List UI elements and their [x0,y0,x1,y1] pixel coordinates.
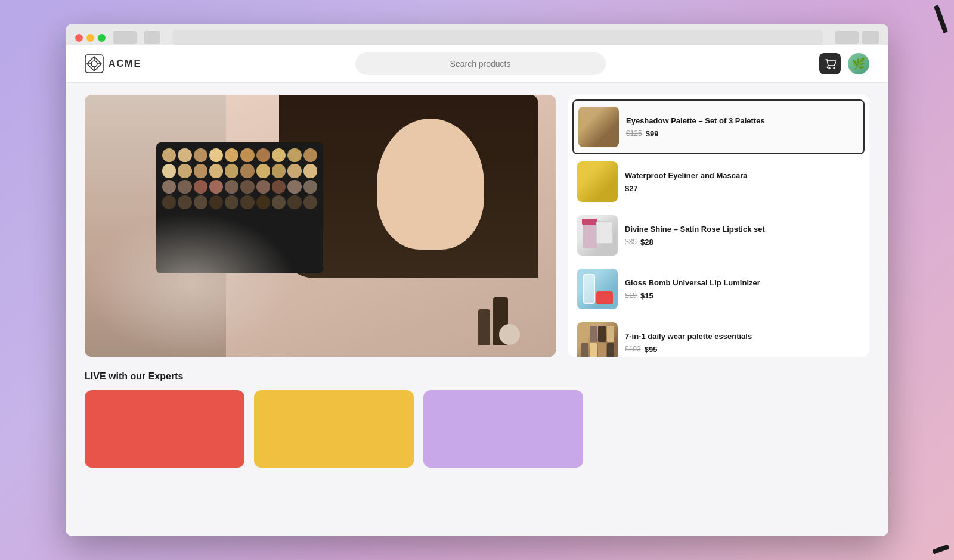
product-price: $35 $28 [625,238,860,247]
product-info: Gloss Bomb Universal Lip Luminizer $19 $… [625,278,860,300]
product-name: Divine Shine – Satin Rose Lipstick set [625,224,860,235]
hero-image [85,95,556,357]
close-button[interactable] [75,34,83,42]
product-name: Eyeshadow Palette – Set of 3 Palettes [626,116,859,126]
live-card[interactable] [423,390,583,468]
product-thumbnail [577,269,618,309]
back-button[interactable] [113,31,137,44]
search-bar[interactable] [355,52,606,75]
live-card[interactable] [85,390,244,468]
product-name: 7-in-1 daily wear palette essentials [625,331,860,342]
product-item[interactable]: Waterproof Eyeliner and Mascara $27 [572,155,865,208]
traffic-lights [75,34,106,42]
section-title: LIVE with our Experts [85,371,869,382]
app-header: ACME 🌿 [66,45,888,83]
product-info: 7-in-1 daily wear palette essentials $10… [625,331,860,353]
product-info: Waterproof Eyeliner and Mascara $27 [625,170,860,192]
maximize-button[interactable] [98,34,106,42]
product-price: $103 $95 [625,345,860,354]
logo-icon [85,54,104,73]
product-item[interactable]: 7-in-1 daily wear palette essentials $10… [572,316,865,357]
product-price: $27 [625,184,860,193]
app-logo: ACME [85,54,141,73]
price: $27 [625,184,638,193]
browser-menu-button[interactable] [862,31,879,44]
cart-button[interactable] [819,53,841,74]
product-price: $125 $99 [626,129,859,138]
product-info: Eyeshadow Palette – Set of 3 Palettes $1… [626,116,859,138]
sale-price: $95 [645,345,658,354]
browser-window: ACME 🌿 [66,24,888,536]
product-thumbnail [577,161,618,202]
live-cards [85,390,869,468]
product-price: $19 $15 [625,291,860,300]
original-price: $103 [625,345,641,353]
product-sidebar: Eyeshadow Palette – Set of 3 Palettes $1… [568,95,869,357]
product-thumbnail [578,107,619,147]
header-actions: 🌿 [819,53,869,74]
forward-button[interactable] [144,31,160,44]
product-item[interactable]: Divine Shine – Satin Rose Lipstick set $… [572,209,865,262]
product-list: Eyeshadow Palette – Set of 3 Palettes $1… [568,95,869,357]
main-content: Eyeshadow Palette – Set of 3 Palettes $1… [66,83,888,536]
minimize-button[interactable] [86,34,94,42]
product-thumbnail [577,215,618,256]
search-input[interactable] [365,59,596,69]
logo-text: ACME [109,58,141,69]
sale-price: $15 [640,291,653,300]
original-price: $125 [626,129,642,138]
product-name: Gloss Bomb Universal Lip Luminizer [625,278,860,288]
product-item[interactable]: Gloss Bomb Universal Lip Luminizer $19 $… [572,263,865,315]
browser-chrome [66,24,888,45]
svg-point-1 [91,61,97,67]
browser-share-button[interactable] [835,31,859,44]
product-name: Waterproof Eyeliner and Mascara [625,170,860,181]
original-price: $19 [625,291,637,300]
product-info: Divine Shine – Satin Rose Lipstick set $… [625,224,860,246]
browser-content: ACME 🌿 [66,45,888,536]
user-avatar[interactable]: 🌿 [848,53,869,74]
hero-section: Eyeshadow Palette – Set of 3 Palettes $1… [85,95,869,357]
sale-price: $99 [646,129,659,138]
product-item[interactable]: Eyeshadow Palette – Set of 3 Palettes $1… [572,99,865,154]
live-card[interactable] [254,390,414,468]
sale-price: $28 [640,238,653,247]
original-price: $35 [625,238,637,246]
url-bar[interactable] [172,30,823,45]
product-thumbnail [577,322,618,357]
bottom-section: LIVE with our Experts [85,371,869,468]
